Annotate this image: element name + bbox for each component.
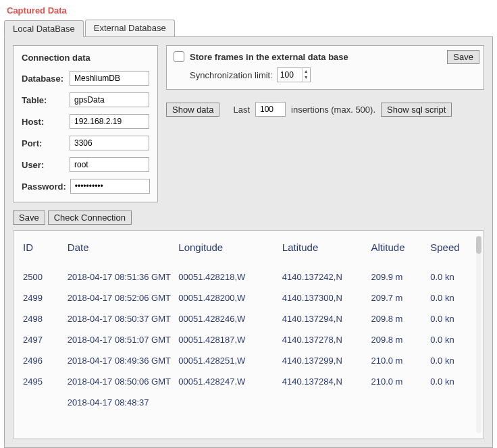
cell-alt: 210.0 m [368, 371, 427, 392]
table-row: 2018-04-17 08:48:37 [20, 392, 479, 413]
label-table: Table: [22, 95, 66, 105]
cell-lon: 00051.428187,W [176, 329, 280, 350]
input-database[interactable] [70, 71, 149, 86]
cell-id: 2498 [20, 308, 65, 329]
col-header-longitude: Longitude [176, 237, 280, 267]
label-password: Password: [22, 181, 66, 192]
tab-local-database[interactable]: Local DataBase [4, 20, 84, 37]
cell-alt [368, 392, 427, 413]
col-header-speed: Speed [427, 237, 479, 267]
cell-lat: 4140.137242,N [280, 267, 369, 287]
cell-lon: 00051.428251,W [176, 350, 280, 371]
input-host[interactable] [70, 114, 149, 129]
table-scrollbar[interactable] [476, 236, 481, 433]
cell-spd: 0.0 kn [427, 308, 479, 329]
cell-spd: 0.0 kn [427, 350, 479, 371]
label-host: Host: [22, 117, 66, 127]
input-port[interactable] [70, 136, 149, 150]
cell-date: 2018-04-17 08:50:37 GMT [65, 308, 176, 329]
cell-alt: 209.9 m [368, 267, 427, 287]
page-title: Captured Data [0, 0, 497, 20]
cell-date: 2018-04-17 08:48:37 [65, 392, 176, 413]
cell-lat: 4140.137278,N [280, 329, 369, 350]
show-sql-button[interactable]: Show sql script [381, 103, 452, 117]
tab-external-database[interactable]: External Database [85, 20, 175, 36]
table-scrollthumb[interactable] [476, 236, 481, 254]
cell-lat: 4140.137299,N [280, 350, 369, 371]
last-label: Last [233, 105, 250, 115]
cell-alt: 209.7 m [368, 287, 427, 308]
store-save-button[interactable]: Save [447, 50, 479, 64]
cell-alt: 210.0 m [368, 350, 427, 371]
cell-lat: 4140.137294,N [280, 308, 369, 329]
cell-lon [176, 392, 280, 413]
save-button[interactable]: Save [13, 211, 45, 225]
table-row: 24972018-04-17 08:51:07 GMT00051.428187,… [20, 329, 479, 350]
label-database: Database: [22, 74, 66, 84]
table-row: 24982018-04-17 08:50:37 GMT00051.428246,… [20, 308, 479, 329]
cell-date: 2018-04-17 08:51:36 GMT [65, 267, 176, 287]
input-user[interactable] [70, 157, 149, 172]
cell-spd [427, 392, 479, 413]
store-frames-box: Save Store frames in the external data b… [166, 45, 484, 90]
insertions-label: insertions (max. 500). [291, 105, 375, 115]
cell-id: 2496 [20, 350, 65, 371]
cell-id [20, 392, 65, 413]
cell-lat: 4140.137300,N [280, 287, 369, 308]
show-data-button[interactable]: Show data [166, 103, 219, 117]
table-row: 25002018-04-17 08:51:36 GMT00051.428218,… [20, 267, 479, 287]
sync-limit-spinner[interactable]: ▲ ▼ [277, 67, 311, 82]
connection-heading: Connection data [22, 53, 149, 63]
cell-lat: 4140.137284,N [280, 371, 369, 392]
cell-spd: 0.0 kn [427, 329, 479, 350]
col-header-date: Date [65, 237, 176, 267]
cell-id: 2499 [20, 287, 65, 308]
check-connection-button[interactable]: Check Connection [48, 211, 132, 225]
col-header-altitude: Altitude [368, 237, 427, 267]
table-row: 24952018-04-17 08:50:06 GMT00051.428247,… [20, 371, 479, 392]
spinner-down-icon[interactable]: ▼ [303, 74, 310, 80]
sync-limit-label: Synchronization limit: [190, 70, 273, 80]
spinner-up-icon[interactable]: ▲ [303, 68, 310, 74]
cell-id: 2497 [20, 329, 65, 350]
cell-lon: 00051.428246,W [176, 308, 280, 329]
cell-lon: 00051.428218,W [176, 267, 280, 287]
tab-strip: Local DataBase External Database [4, 20, 493, 37]
cell-id: 2495 [20, 371, 65, 392]
data-table-wrap: ID Date Longitude Latitude Altitude Spee… [13, 230, 484, 439]
data-table: ID Date Longitude Latitude Altitude Spee… [20, 237, 479, 413]
last-count-input[interactable] [255, 102, 286, 117]
connection-data-box: Connection data Database: Table: Host: P… [13, 45, 158, 202]
input-password[interactable] [70, 179, 150, 194]
table-row: 24962018-04-17 08:49:36 GMT00051.428251,… [20, 350, 479, 371]
label-port: Port: [22, 138, 66, 148]
col-header-id: ID [20, 237, 65, 267]
cell-date: 2018-04-17 08:50:06 GMT [65, 371, 176, 392]
cell-spd: 0.0 kn [427, 287, 479, 308]
panel-local-database: Connection data Database: Table: Host: P… [4, 37, 493, 448]
cell-lat [280, 392, 369, 413]
table-row: 24992018-04-17 08:52:06 GMT00051.428200,… [20, 287, 479, 308]
cell-lon: 00051.428200,W [176, 287, 280, 308]
input-table[interactable] [70, 92, 149, 107]
cell-date: 2018-04-17 08:51:07 GMT [65, 329, 176, 350]
cell-date: 2018-04-17 08:49:36 GMT [65, 350, 176, 371]
cell-date: 2018-04-17 08:52:06 GMT [65, 287, 176, 308]
store-frames-label: Store frames in the external data base [190, 52, 348, 62]
cell-id: 2500 [20, 267, 65, 287]
col-header-latitude: Latitude [280, 237, 369, 267]
cell-alt: 209.8 m [368, 308, 427, 329]
cell-lon: 00051.428247,W [176, 371, 280, 392]
store-frames-checkbox[interactable] [174, 51, 184, 62]
cell-spd: 0.0 kn [427, 267, 479, 287]
label-user: User: [22, 160, 66, 170]
cell-spd: 0.0 kn [427, 371, 479, 392]
cell-alt: 209.8 m [368, 329, 427, 350]
sync-limit-input[interactable] [278, 68, 302, 82]
